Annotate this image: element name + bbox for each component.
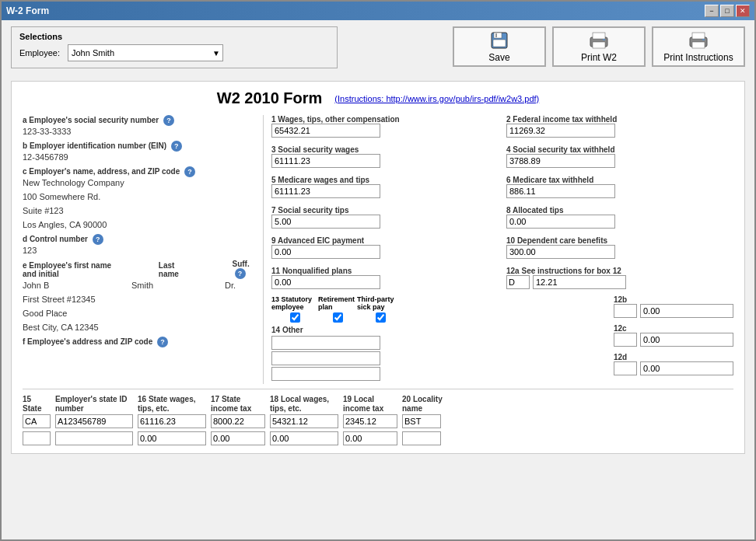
- box-a-help-icon[interactable]: ?: [163, 115, 174, 126]
- employee-address1: First Street #12345: [23, 295, 255, 304]
- svg-rect-2: [495, 33, 497, 37]
- svg-rect-11: [702, 39, 705, 40]
- box12b-label: 12b: [614, 295, 733, 304]
- bottom-state-section: 15 State Employer's state ID number 16 S…: [23, 389, 733, 445]
- right-section-grid: 1 Wages, tips, other compensation 2 Fede…: [271, 115, 733, 292]
- box8-label: 8 Allocated tips: [506, 206, 733, 215]
- top-section: Selections Employee: John Smith ▼: [11, 26, 745, 75]
- box12c-block: 12c: [614, 324, 733, 347]
- save-label: Save: [488, 52, 509, 63]
- right-column: 1 Wages, tips, other compensation 2 Fede…: [264, 115, 733, 384]
- box10-input[interactable]: [506, 245, 615, 259]
- left-column: a Employee's social security number ? 12…: [23, 115, 264, 384]
- box-b-value: 12-3456789: [23, 152, 255, 162]
- box12b-code-input[interactable]: [614, 304, 637, 318]
- box2-label: 2 Federal income tax withheld: [506, 115, 733, 124]
- box-e-suffix-label: Suff. ?: [233, 260, 255, 279]
- box-e-help-icon[interactable]: ?: [235, 268, 246, 279]
- state2-wages-input[interactable]: [138, 431, 206, 445]
- state1-local-wages-input[interactable]: [270, 414, 338, 428]
- box9-block: 9 Advanced EIC payment: [271, 236, 499, 259]
- box16-header: 16 State wages, tips, etc.: [138, 394, 206, 413]
- box13-block: 13 Statutoryemployee Retirementplan Thir…: [271, 295, 606, 323]
- box19-header: 19 Local income tax: [343, 394, 397, 413]
- form-body: a Employee's social security number ? 12…: [23, 115, 733, 384]
- form-instructions-link[interactable]: (Instructions: http://www.irs.gov/pub/ir…: [334, 94, 539, 103]
- state1-wages-input[interactable]: [138, 414, 206, 428]
- form-container: W2 2010 Form (Instructions: http://www.i…: [11, 81, 745, 454]
- print-instructions-button[interactable]: Print Instructions: [652, 26, 745, 67]
- box14-input2[interactable]: [271, 351, 380, 365]
- box12c-value-input[interactable]: [640, 333, 733, 347]
- box1-input[interactable]: [271, 124, 380, 138]
- box7-input[interactable]: [271, 215, 380, 229]
- box13-box12bcd-row: 13 Statutoryemployee Retirementplan Thir…: [271, 295, 733, 384]
- box2-input[interactable]: [506, 124, 615, 138]
- print-w2-label: Print W2: [581, 52, 617, 63]
- selections-group: Selections Employee: John Smith ▼: [11, 26, 338, 68]
- maximize-button[interactable]: □: [720, 5, 734, 17]
- employee-select-wrapper[interactable]: John Smith ▼: [68, 44, 223, 61]
- box-b-row: b Employer identification number (EIN) ?…: [23, 141, 255, 162]
- state2-employer-id-input[interactable]: [55, 431, 133, 445]
- box4-input[interactable]: [506, 154, 615, 168]
- statutory-employee-checkbox[interactable]: [290, 312, 300, 323]
- box5-block: 5 Medicare wages and tips: [271, 176, 499, 198]
- third-party-checkbox[interactable]: [376, 312, 386, 323]
- box12a-value-input[interactable]: [533, 275, 626, 289]
- box12a-label: 12a See instructions for box 12: [506, 267, 733, 275]
- box12d-code-input[interactable]: [614, 361, 637, 375]
- box6-input[interactable]: [506, 184, 615, 198]
- state1-tax-input[interactable]: [211, 414, 265, 428]
- box9-label: 9 Advanced EIC payment: [271, 236, 499, 245]
- box-b-help-icon[interactable]: ?: [171, 141, 182, 152]
- employee-select[interactable]: John Smith: [68, 44, 223, 61]
- box12d-block: 12d: [614, 353, 733, 375]
- selections-row: Employee: John Smith ▼: [19, 44, 329, 61]
- state1-locality-input[interactable]: [402, 414, 441, 428]
- retirement-plan-check-cell: [318, 312, 357, 323]
- box11-input[interactable]: [271, 275, 380, 289]
- box13-header: 13 Statutoryemployee Retirementplan Thir…: [271, 295, 606, 311]
- box14-input3[interactable]: [271, 367, 380, 381]
- minimize-button[interactable]: −: [705, 5, 719, 17]
- print-w2-button[interactable]: Print W2: [552, 26, 646, 67]
- box9-input[interactable]: [271, 245, 380, 259]
- box-f-help-icon[interactable]: ?: [157, 337, 168, 347]
- employer-name: New Technology Company: [23, 178, 255, 187]
- retirement-plan-checkbox[interactable]: [333, 312, 343, 323]
- svg-rect-6: [593, 33, 605, 39]
- svg-rect-10: [692, 33, 705, 39]
- box12c-code-input[interactable]: [614, 333, 637, 347]
- box-d-help-icon[interactable]: ?: [93, 234, 103, 245]
- state2-locality-input[interactable]: [402, 431, 441, 445]
- state1-state-input[interactable]: [23, 414, 51, 428]
- state2-local-tax-input[interactable]: [343, 431, 397, 445]
- state2-tax-input[interactable]: [211, 431, 265, 445]
- box3-input[interactable]: [271, 154, 380, 168]
- box14-input1[interactable]: [271, 336, 380, 350]
- box12c-label: 12c: [614, 324, 733, 333]
- save-button[interactable]: Save: [453, 26, 546, 67]
- box6-block: 6 Medicare tax withheld: [506, 176, 733, 198]
- box8-input[interactable]: [506, 215, 615, 229]
- form-title-row: W2 2010 Form (Instructions: http://www.i…: [23, 89, 733, 107]
- box20-header: 20 Locality name: [402, 394, 449, 413]
- close-button[interactable]: ✕: [736, 5, 750, 17]
- box12b-value-input[interactable]: [640, 304, 733, 318]
- state1-employer-id-input[interactable]: [55, 414, 133, 428]
- box-c-row: c Employer's name, address, and ZIP code…: [23, 166, 255, 229]
- box-c-help-icon[interactable]: ?: [184, 166, 195, 177]
- box12a-code-input[interactable]: [506, 275, 530, 289]
- box5-input[interactable]: [271, 184, 380, 198]
- box14-inputs: [271, 336, 606, 381]
- box13-thirdparty-label: Third-partysick pay: [357, 295, 404, 311]
- box12d-value-input[interactable]: [640, 361, 733, 375]
- state1-local-tax-input[interactable]: [343, 414, 397, 428]
- box13-label: 13 Statutoryemployee: [271, 295, 318, 311]
- box-a-row: a Employee's social security number ? 12…: [23, 115, 255, 136]
- state2-local-wages-input[interactable]: [270, 431, 338, 445]
- third-party-check-cell: [357, 312, 404, 323]
- state2-state-input[interactable]: [23, 431, 51, 445]
- svg-rect-7: [603, 39, 605, 40]
